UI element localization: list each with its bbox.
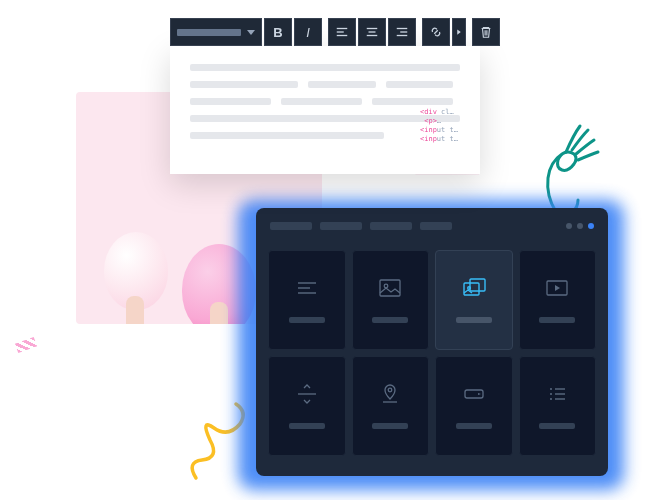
tile-button[interactable] [435,356,513,456]
bold-button[interactable]: B [264,18,292,46]
svg-marker-19 [555,285,560,291]
align-left-button[interactable] [328,18,356,46]
tile-spacer[interactable] [268,356,346,456]
tile-text[interactable] [268,250,346,350]
delete-button[interactable] [472,18,500,46]
more-button[interactable] [452,18,466,46]
svg-point-21 [388,388,392,392]
link-button[interactable] [422,18,450,46]
panel-header [256,208,608,244]
window-controls [566,223,594,229]
hand-decor [210,302,228,324]
tile-list[interactable] [519,356,597,456]
svg-point-17 [467,287,470,290]
tile-video[interactable] [519,250,597,350]
italic-button[interactable]: I [294,18,322,46]
svg-marker-24 [478,393,481,395]
block-picker-panel [256,208,608,476]
font-style-dropdown[interactable] [170,18,262,46]
tile-map[interactable] [352,356,430,456]
align-right-button[interactable] [388,18,416,46]
svg-rect-13 [380,280,400,296]
tile-image[interactable] [352,250,430,350]
svg-rect-16 [470,279,485,291]
code-snippet: <div cl… <p>… <input t… <input t… [420,108,458,144]
stripe-doodle [15,337,37,353]
text-toolbar: B I [170,18,500,46]
align-center-button[interactable] [358,18,386,46]
tile-gallery[interactable] [435,250,513,350]
svg-marker-9 [457,29,461,34]
hand-decor [126,296,144,324]
